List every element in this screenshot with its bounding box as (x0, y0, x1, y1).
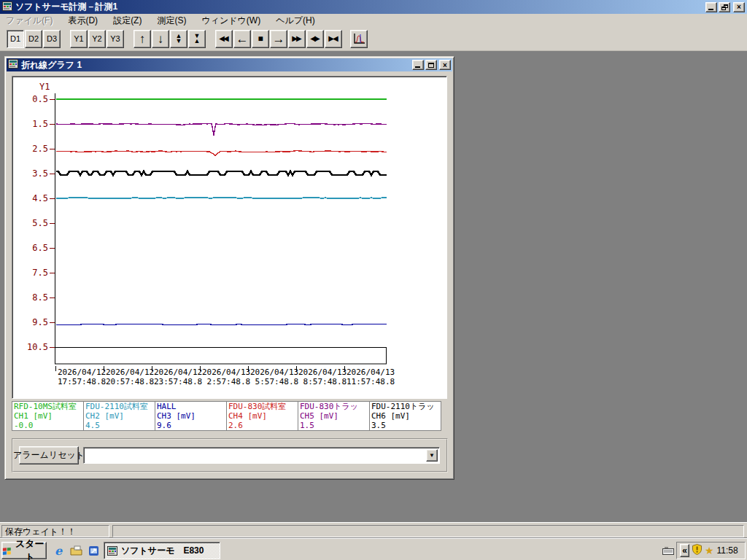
svg-text:5:57:48.8: 5:57:48.8 (250, 377, 298, 386)
compress-horizontal-icon[interactable]: ▶◀ (325, 30, 342, 48)
minimize-icon[interactable] (412, 60, 424, 70)
svg-text:17:57:48.8: 17:57:48.8 (58, 377, 106, 386)
scroll-right-icon[interactable]: → (270, 30, 287, 48)
chart-panel: Y10.51.52.53.54.55.56.57.58.59.510.52026… (12, 76, 447, 399)
fast-rewind-icon[interactable]: ◀◀ (215, 30, 233, 48)
taskbar: スタート e ソフトサーモ E830 « ★ 11:58 (0, 538, 747, 560)
main-titlebar[interactable]: ソフトサーモ計測－計測1 × (0, 0, 747, 14)
svg-text:8.5: 8.5 (32, 292, 48, 303)
graph-client: Y10.51.52.53.54.55.56.57.58.59.510.52026… (7, 71, 452, 478)
menu-item-measure[interactable]: 測定(S) (152, 14, 190, 28)
alarm-groupbox: アラームリセット ▼ (12, 438, 448, 472)
toolbar-button-y3[interactable]: Y3 (107, 30, 124, 48)
legend-cell-ch4: FDU-830試料室CH4 [mV]2.6 (226, 401, 298, 431)
toolbar-button-y1[interactable]: Y1 (70, 30, 88, 48)
legend-cell-ch2: FDU-2110試料室CH2 [mV]4.5 (83, 401, 155, 431)
svg-text:23:57:48.8: 23:57:48.8 (154, 377, 202, 386)
app-icon (2, 1, 12, 14)
toolbar-button-d3[interactable]: D3 (43, 30, 61, 48)
scroll-up-icon[interactable]: ↑ (133, 30, 151, 48)
internet-explorer-icon[interactable]: e (51, 543, 66, 558)
minimize-icon[interactable] (705, 2, 717, 12)
legend-cell-ch1: RFD-10MS試料室CH1 [mV]-0.0 (12, 401, 84, 431)
restore-icon[interactable] (719, 2, 730, 12)
chevron-down-icon[interactable]: ▼ (426, 449, 438, 462)
fast-forward-icon[interactable]: ▶▶ (288, 30, 306, 48)
svg-text:7.5: 7.5 (32, 268, 48, 278)
security-shield-icon[interactable] (692, 544, 703, 558)
tray-clock[interactable]: 11:58 (717, 545, 738, 556)
start-button[interactable]: スタート (1, 542, 47, 559)
scroll-left-icon[interactable]: ← (233, 30, 251, 48)
channel-legend: RFD-10MS試料室CH1 [mV]-0.0FDU-2110試料室CH2 [m… (12, 401, 441, 431)
expand-vertical-icon[interactable]: ▲▼ (170, 30, 187, 48)
toolbar-button-y2[interactable]: Y2 (88, 30, 106, 48)
svg-text:4.5: 4.5 (32, 193, 48, 203)
statusbar: 保存ウェイト！！ (0, 522, 747, 538)
svg-text:9.5: 9.5 (32, 317, 48, 327)
alarm-combobox-input[interactable] (85, 449, 425, 462)
menu-item-help[interactable]: ヘルプ(H) (271, 14, 320, 28)
svg-text:11:57:48.8: 11:57:48.8 (347, 377, 395, 386)
legend-cell-ch3: HALLCH3 [mV]9.6 (155, 401, 227, 431)
svg-text:1.5: 1.5 (32, 119, 48, 129)
menu-item-view[interactable]: 表示(D) (63, 14, 102, 28)
star-icon[interactable]: ★ (705, 545, 714, 556)
chart-svg: Y10.51.52.53.54.55.56.57.58.59.510.52026… (13, 77, 446, 397)
svg-text:8:57:48.8: 8:57:48.8 (298, 377, 347, 386)
ie-channel-icon[interactable] (86, 543, 101, 558)
svg-text:2026/04/13: 2026/04/13 (202, 368, 250, 377)
scroll-down-icon[interactable]: ↓ (152, 30, 169, 48)
toolbar: D1D2D3 Y1Y2Y3 ↑↓▲▼▼▲◀◀←■→▶▶◀▶▶◀ (0, 27, 747, 51)
maximize-icon[interactable] (425, 60, 437, 70)
graph-window-icon (8, 58, 18, 71)
menubar: ファイル(F)表示(D)設定(Z)測定(S)ウィンドウ(W)ヘルプ(H) (0, 14, 747, 27)
tray-chevron-icon[interactable]: « (680, 544, 689, 557)
menu-item-settings[interactable]: 設定(Z) (109, 14, 146, 28)
svg-text:2026/04/12: 2026/04/12 (106, 368, 154, 377)
svg-text:5.5: 5.5 (32, 218, 48, 228)
alarm-reset-button[interactable]: アラームリセット (19, 446, 79, 464)
legend-cell-ch5: FDU-830トラッCH5 [mV]1.5 (298, 401, 370, 431)
show-desktop-icon[interactable] (69, 543, 83, 558)
alarm-combobox[interactable]: ▼ (83, 447, 440, 464)
menu-item-window[interactable]: ウィンドウ(W) (197, 14, 265, 28)
svg-text:2.5: 2.5 (32, 144, 48, 154)
close-icon[interactable]: × (439, 60, 451, 70)
svg-text:20:57:48.8: 20:57:48.8 (106, 377, 154, 386)
svg-text:2026/04/13: 2026/04/13 (298, 368, 347, 377)
svg-text:0.5: 0.5 (32, 94, 48, 104)
svg-text:2:57:48.8: 2:57:48.8 (202, 377, 250, 386)
windows-logo-icon (2, 546, 12, 556)
graph-window: 折れ線グラフ 1 × Y10.51.52.53.54.55.56.57.58.5… (4, 56, 454, 480)
menu-item-file[interactable]: ファイル(F) (1, 14, 57, 28)
svg-text:Y1: Y1 (39, 82, 50, 92)
svg-text:2026/04/12: 2026/04/12 (58, 368, 106, 377)
desktop-area: 折れ線グラフ 1 × Y10.51.52.53.54.55.56.57.58.5… (0, 51, 747, 522)
graph-window-titlebar[interactable]: 折れ線グラフ 1 × (7, 58, 452, 71)
status-panel-2 (112, 525, 744, 537)
status-message: 保存ウェイト！！ (1, 525, 109, 537)
graph-settings-button[interactable] (350, 30, 368, 48)
compress-vertical-icon[interactable]: ▼▲ (188, 30, 206, 48)
svg-text:3.5: 3.5 (32, 168, 48, 179)
task-button-softthermo[interactable]: ソフトサーモ E830 (104, 542, 220, 559)
main-window-title: ソフトサーモ計測－計測1 (15, 1, 704, 13)
expand-horizontal-icon[interactable]: ◀▶ (306, 30, 324, 48)
graph-window-title: 折れ線グラフ 1 (21, 59, 411, 71)
svg-text:10.5: 10.5 (27, 342, 48, 352)
toolbar-button-d2[interactable]: D2 (25, 30, 42, 48)
svg-text:2026/04/12: 2026/04/12 (154, 368, 202, 377)
app-icon (107, 546, 117, 556)
svg-text:2026/04/13: 2026/04/13 (347, 368, 395, 377)
svg-text:6.5: 6.5 (32, 243, 48, 253)
keyboard-icon[interactable] (662, 545, 674, 558)
legend-cell-ch6: FDU-2110トラッCH6 [mV]3.5 (369, 401, 441, 431)
toolbar-button-d1[interactable]: D1 (7, 30, 24, 48)
close-icon[interactable]: × (733, 2, 745, 12)
svg-text:2026/04/13: 2026/04/13 (250, 368, 298, 377)
system-tray: « ★ 11:58 (676, 542, 746, 559)
stop-icon[interactable]: ■ (252, 30, 269, 48)
